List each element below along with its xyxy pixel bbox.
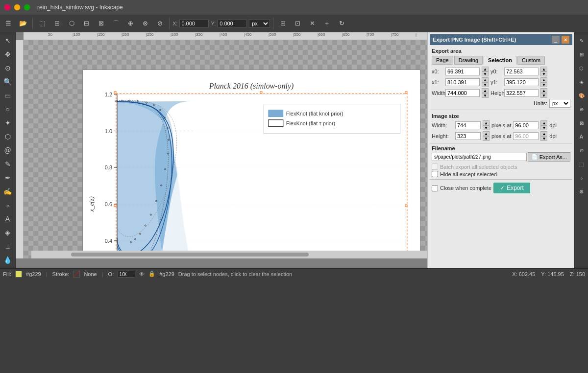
height-input[interactable] [504,89,539,97]
fill-stroke-tool[interactable]: ◈ [575,75,588,88]
layers-tool[interactable]: ⊞ [575,48,588,61]
y1-down[interactable]: ▼ [540,82,547,87]
x0-down[interactable]: ▼ [482,71,489,76]
paint-bucket-tool[interactable]: ⬦ [1,199,14,211]
dpi-width-input[interactable] [513,121,539,129]
dropper-tool[interactable]: 💧 [1,254,14,266]
opacity-input[interactable] [118,271,135,278]
img-width-down[interactable]: ▼ [483,125,490,130]
snap-button[interactable]: ⊕ [124,17,137,30]
tweak-tool[interactable]: ⊙ [1,62,14,74]
spiral-tool[interactable]: @ [1,144,14,157]
new-button[interactable]: ☰ [2,17,15,30]
symbols-tool[interactable]: ⊙ [575,144,588,157]
transform-tool[interactable]: ⊕ [575,103,588,116]
tab-page[interactable]: Page [432,56,453,65]
y-input[interactable] [218,20,247,27]
calligraphy-tool[interactable]: ✍ [1,185,14,198]
distribute-button[interactable]: ⊠ [95,17,107,30]
rect-tool[interactable]: ▭ [1,89,14,102]
close-button[interactable] [4,4,11,11]
export-button[interactable]: ✓ Export [493,183,530,193]
zoom-in-button[interactable]: + [320,17,333,30]
group-button[interactable]: ⬚ [36,17,49,30]
height-down[interactable]: ▼ [540,93,547,98]
minimize-button[interactable] [14,4,21,11]
rotate-button[interactable]: ↻ [335,17,348,30]
img-width-input[interactable] [455,121,481,129]
connector-tool[interactable]: ⟂ [1,240,14,253]
tab-selection[interactable]: Selection [484,56,516,65]
close-when-complete-checkbox[interactable] [432,185,438,191]
tab-drawing[interactable]: Drawing [454,56,483,65]
filename-input[interactable] [432,153,527,161]
width-up[interactable]: ▲ [482,88,489,93]
x1-input[interactable] [445,78,480,86]
pen-tool[interactable]: ✒ [1,171,14,184]
dpi-height-down[interactable]: ▼ [540,136,547,141]
gradient-tool[interactable]: ◈ [1,226,14,239]
y0-input[interactable] [504,68,539,75]
snap2-button[interactable]: ⊗ [139,17,151,30]
align-button[interactable]: ⊟ [80,17,93,30]
x1-up[interactable]: ▲ [482,77,489,82]
img-height-down[interactable]: ▼ [483,136,490,141]
units-dropdown[interactable]: px mm cm in [549,99,570,108]
height-up[interactable]: ▲ [540,88,547,93]
dpi-width-up[interactable]: ▲ [540,120,547,125]
x1-down[interactable]: ▼ [482,82,489,87]
bezier-button[interactable]: ⌒ [109,17,122,30]
ellipse-tool[interactable]: ○ [1,103,14,116]
svg-text:◇: ◇ [164,116,166,119]
export-as-button[interactable]: 📄 Export As... [528,152,570,162]
hide-except-checkbox[interactable] [432,171,438,177]
nodes-button[interactable]: ⬡ [65,17,78,30]
horizontal-scrollbar[interactable] [31,251,427,258]
width-down[interactable]: ▼ [482,93,489,98]
tab-custom[interactable]: Custom [517,56,545,65]
zoom-tool[interactable]: 🔍 [1,75,14,88]
measure-tool[interactable]: ⬦ [575,171,588,184]
batch-export-checkbox[interactable] [432,163,438,170]
dpi-height-input[interactable] [513,132,539,140]
img-height-up[interactable]: ▲ [483,131,490,136]
width-input[interactable] [445,89,480,97]
y1-input[interactable] [504,78,539,86]
img-width-up[interactable]: ▲ [483,120,490,125]
star-tool[interactable]: ✦ [1,117,14,129]
dpi-height-up[interactable]: ▲ [540,131,547,136]
y0-down[interactable]: ▼ [540,71,547,76]
select-tool[interactable]: ↖ [1,34,14,47]
swatches-tool[interactable]: 🎨 [575,89,588,102]
y0-up[interactable]: ▲ [540,67,547,71]
x0-up[interactable]: ▲ [482,67,489,71]
zoom-fit-button[interactable]: ⊞ [276,17,289,30]
xml-editor-tool[interactable]: ✎ [575,34,588,47]
text-tool[interactable]: A [1,212,14,225]
open-button[interactable]: 📂 [17,17,29,30]
zoom-drawing-button[interactable]: ✕ [306,17,318,30]
snap3-button[interactable]: ⊘ [153,17,166,30]
ungroup-button[interactable]: ⊞ [50,17,63,30]
maximize-button[interactable] [24,4,30,11]
pencil-tool[interactable]: ✎ [1,158,14,170]
clipboard-tool[interactable]: ⬚ [575,158,588,170]
preferences-tool[interactable]: ⚙ [575,185,588,198]
x0-input[interactable] [445,68,480,75]
y1-up[interactable]: ▲ [540,77,547,82]
x-input[interactable] [179,20,209,27]
panel-minimize-button[interactable]: _ [552,36,560,44]
dpi-width-down[interactable]: ▼ [540,125,547,130]
pixels-at-label2: pixels at [491,133,511,139]
object-props-tool[interactable]: ⬡ [575,62,588,74]
zoom-page-button[interactable]: ⊡ [291,17,304,30]
text-format-tool[interactable]: A [575,130,588,143]
node-tool[interactable]: ✥ [1,48,14,61]
panel-close-button[interactable]: ✕ [562,36,569,44]
3d-box-tool[interactable]: ⬡ [1,130,14,143]
canvas-area[interactable]: 50 |100 |150 |200 |250 |300 |350 |400 |4… [16,32,427,268]
canvas-viewport[interactable]: Planck 2016 (simlow-only) [24,40,427,258]
align-dist-tool[interactable]: ⊠ [575,117,588,129]
units-select[interactable]: px mm [249,19,270,28]
img-height-input[interactable] [455,132,481,140]
